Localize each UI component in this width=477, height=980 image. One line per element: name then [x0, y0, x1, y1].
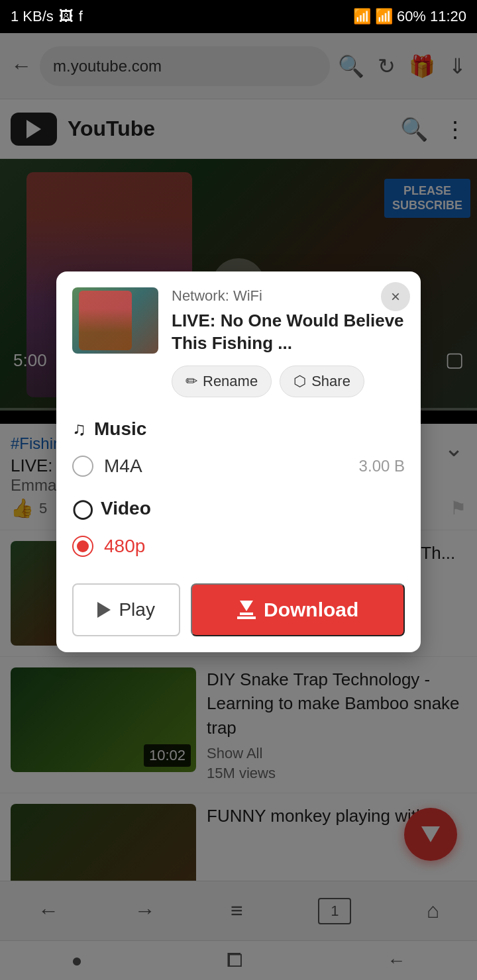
m4a-label: M4A [104, 456, 142, 477]
modal-network: Network: WiFi [172, 287, 405, 305]
close-button[interactable]: × [381, 282, 410, 311]
modal-title: LIVE: No One Would Believe This Fishing … [172, 310, 405, 355]
modal-thumbnail [72, 287, 158, 354]
m4a-format-left: M4A [72, 456, 142, 477]
modal-header: Network: WiFi LIVE: No One Would Believe… [56, 271, 421, 408]
modal-info: Network: WiFi LIVE: No One Would Believe… [172, 287, 405, 397]
rename-button[interactable]: ✏ Rename [172, 366, 272, 397]
music-icon: ♫ [72, 418, 86, 440]
radio-inner [77, 540, 89, 552]
resolution-label: 480p [104, 536, 145, 557]
download-button[interactable]: Download [191, 583, 405, 636]
modal-actions: ✏ Rename ⬡ Share [172, 366, 405, 397]
status-bar: 1 KB/s 🖼 f 📶 📶 60% 11:20 [0, 0, 477, 33]
sim-icon: 📶 [375, 8, 393, 25]
rename-icon: ✏ [186, 373, 197, 390]
video-section: ◯ Video 480p [56, 493, 421, 573]
play-button-label: Play [119, 599, 154, 620]
m4a-format-row[interactable]: M4A 3.00 B [72, 450, 405, 482]
music-section-label: ♫ Music [72, 418, 405, 440]
wifi-icon: 📶 [353, 8, 371, 25]
facebook-icon: f [79, 8, 83, 25]
battery-indicator: 60% [397, 8, 426, 25]
status-right: 📶 📶 60% 11:20 [353, 8, 466, 25]
resolution-row[interactable]: 480p [72, 530, 405, 562]
rename-label: Rename [203, 373, 258, 390]
speed-indicator: 1 KB/s [11, 8, 54, 25]
download-button-label: Download [264, 599, 358, 621]
m4a-size: 3.00 B [359, 457, 405, 475]
play-button-icon [97, 602, 111, 618]
video-label-text: Video [101, 498, 151, 519]
video-record-icon: ◯ [72, 498, 93, 520]
modal-thumb-figure [79, 291, 132, 350]
modal-footer: Play Download [56, 573, 421, 652]
status-left: 1 KB/s 🖼 f [11, 8, 83, 25]
share-button[interactable]: ⬡ Share [280, 366, 364, 397]
close-icon: × [391, 287, 400, 306]
video-section-label: ◯ Video [72, 498, 405, 520]
music-section: ♫ Music M4A 3.00 B [56, 408, 421, 493]
download-modal: Network: WiFi LIVE: No One Would Believe… [56, 271, 421, 652]
time-display: 11:20 [430, 8, 466, 25]
share-icon: ⬡ [293, 373, 306, 390]
download-button-icon [237, 601, 256, 619]
m4a-radio[interactable] [72, 456, 93, 477]
play-button[interactable]: Play [72, 583, 180, 636]
share-label: Share [311, 373, 350, 390]
gallery-icon: 🖼 [59, 8, 74, 25]
resolution-radio[interactable] [72, 536, 93, 557]
music-label-text: Music [94, 418, 146, 440]
